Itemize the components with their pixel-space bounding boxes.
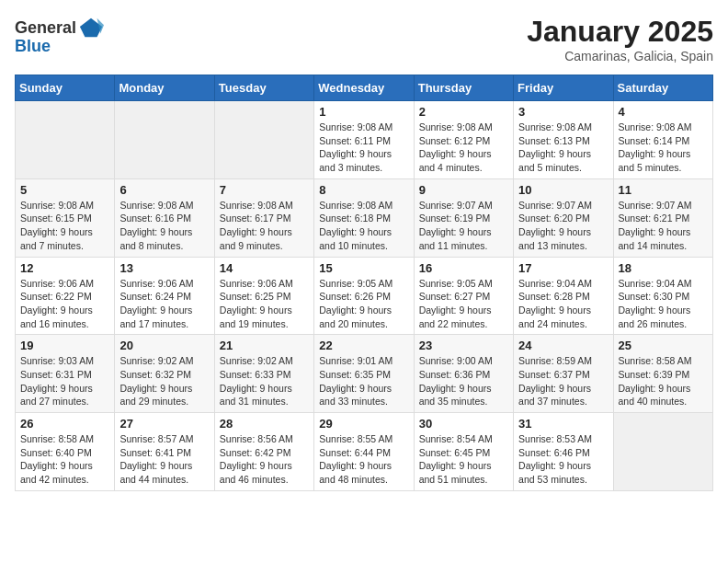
calendar-cell	[16, 101, 115, 179]
day-info: Sunrise: 9:06 AM Sunset: 6:25 PM Dayligh…	[220, 277, 309, 331]
calendar-cell: 26Sunrise: 8:58 AM Sunset: 6:40 PM Dayli…	[16, 413, 115, 491]
weekday-header: Tuesday	[214, 75, 313, 101]
day-number: 19	[20, 339, 109, 352]
calendar-cell: 16Sunrise: 9:05 AM Sunset: 6:27 PM Dayli…	[414, 257, 513, 335]
day-info: Sunrise: 9:07 AM Sunset: 6:19 PM Dayligh…	[419, 199, 508, 253]
day-number: 26	[20, 417, 109, 431]
day-number: 15	[319, 261, 408, 275]
calendar-cell: 1Sunrise: 9:08 AM Sunset: 6:11 PM Daylig…	[314, 101, 414, 179]
calendar-cell: 24Sunrise: 8:59 AM Sunset: 6:37 PM Dayli…	[514, 335, 613, 413]
calendar-week-row: 12Sunrise: 9:06 AM Sunset: 6:22 PM Dayli…	[16, 257, 713, 335]
day-number: 22	[319, 339, 408, 352]
calendar-cell: 23Sunrise: 9:00 AM Sunset: 6:36 PM Dayli…	[414, 335, 513, 413]
calendar-cell: 29Sunrise: 8:55 AM Sunset: 6:44 PM Dayli…	[314, 413, 414, 491]
calendar-cell: 6Sunrise: 9:08 AM Sunset: 6:16 PM Daylig…	[115, 178, 214, 257]
day-number: 8	[319, 183, 408, 197]
calendar-week-row: 19Sunrise: 9:03 AM Sunset: 6:31 PM Dayli…	[16, 335, 713, 413]
day-number: 16	[419, 261, 508, 275]
day-number: 12	[20, 261, 109, 275]
calendar-week-row: 1Sunrise: 9:08 AM Sunset: 6:11 PM Daylig…	[16, 101, 713, 179]
calendar-table: SundayMondayTuesdayWednesdayThursdayFrid…	[15, 75, 713, 491]
title-section: January 2025 Camarinas, Galicia, Spain	[527, 15, 713, 63]
day-info: Sunrise: 9:01 AM Sunset: 6:35 PM Dayligh…	[319, 354, 408, 408]
calendar-cell: 20Sunrise: 9:02 AM Sunset: 6:32 PM Dayli…	[115, 335, 214, 413]
day-info: Sunrise: 9:03 AM Sunset: 6:31 PM Dayligh…	[20, 354, 109, 408]
day-number: 4	[619, 105, 708, 119]
day-info: Sunrise: 9:05 AM Sunset: 6:26 PM Dayligh…	[319, 277, 408, 331]
calendar-cell: 28Sunrise: 8:56 AM Sunset: 6:42 PM Dayli…	[214, 413, 313, 491]
calendar-week-row: 26Sunrise: 8:58 AM Sunset: 6:40 PM Dayli…	[16, 413, 713, 491]
calendar-cell: 25Sunrise: 8:58 AM Sunset: 6:39 PM Dayli…	[613, 335, 712, 413]
day-info: Sunrise: 9:08 AM Sunset: 6:16 PM Dayligh…	[119, 199, 209, 253]
day-number: 17	[518, 261, 608, 275]
calendar-cell: 19Sunrise: 9:03 AM Sunset: 6:31 PM Dayli…	[16, 335, 115, 413]
day-info: Sunrise: 9:04 AM Sunset: 6:28 PM Dayligh…	[518, 277, 608, 331]
calendar-header-row: SundayMondayTuesdayWednesdayThursdayFrid…	[16, 75, 713, 101]
day-number: 18	[619, 261, 708, 275]
calendar-cell: 14Sunrise: 9:06 AM Sunset: 6:25 PM Dayli…	[214, 257, 313, 335]
logo-icon	[78, 15, 104, 40]
day-number: 1	[319, 105, 408, 119]
weekday-header: Wednesday	[314, 75, 414, 101]
day-number: 20	[119, 339, 209, 352]
weekday-header: Friday	[514, 75, 613, 101]
day-number: 9	[419, 183, 508, 197]
day-info: Sunrise: 9:08 AM Sunset: 6:17 PM Dayligh…	[220, 199, 309, 253]
calendar-cell: 17Sunrise: 9:04 AM Sunset: 6:28 PM Dayli…	[514, 257, 613, 335]
day-number: 24	[518, 339, 608, 352]
day-info: Sunrise: 9:06 AM Sunset: 6:24 PM Dayligh…	[119, 277, 209, 331]
weekday-header: Monday	[115, 75, 214, 101]
day-number: 10	[518, 183, 608, 197]
day-info: Sunrise: 8:55 AM Sunset: 6:44 PM Dayligh…	[319, 432, 408, 487]
day-number: 28	[220, 417, 309, 431]
day-info: Sunrise: 8:57 AM Sunset: 6:41 PM Dayligh…	[119, 432, 209, 487]
day-info: Sunrise: 9:02 AM Sunset: 6:32 PM Dayligh…	[119, 354, 209, 408]
day-number: 2	[419, 105, 508, 119]
day-info: Sunrise: 9:08 AM Sunset: 6:18 PM Dayligh…	[319, 199, 408, 253]
day-info: Sunrise: 9:08 AM Sunset: 6:14 PM Dayligh…	[619, 121, 708, 175]
day-info: Sunrise: 9:04 AM Sunset: 6:30 PM Dayligh…	[619, 277, 708, 331]
calendar-cell: 12Sunrise: 9:06 AM Sunset: 6:22 PM Dayli…	[16, 257, 115, 335]
weekday-header: Saturday	[613, 75, 712, 101]
day-info: Sunrise: 8:54 AM Sunset: 6:45 PM Dayligh…	[419, 432, 508, 487]
calendar-cell	[613, 413, 712, 491]
day-number: 6	[119, 183, 209, 197]
calendar-week-row: 5Sunrise: 9:08 AM Sunset: 6:15 PM Daylig…	[16, 178, 713, 257]
day-info: Sunrise: 9:00 AM Sunset: 6:36 PM Dayligh…	[419, 354, 508, 408]
day-info: Sunrise: 9:07 AM Sunset: 6:20 PM Dayligh…	[518, 199, 608, 253]
calendar-cell: 5Sunrise: 9:08 AM Sunset: 6:15 PM Daylig…	[16, 178, 115, 257]
day-info: Sunrise: 9:07 AM Sunset: 6:21 PM Dayligh…	[619, 199, 708, 253]
calendar-cell: 3Sunrise: 9:08 AM Sunset: 6:13 PM Daylig…	[514, 101, 613, 179]
calendar-cell: 7Sunrise: 9:08 AM Sunset: 6:17 PM Daylig…	[214, 178, 313, 257]
day-info: Sunrise: 9:08 AM Sunset: 6:15 PM Dayligh…	[20, 199, 109, 253]
logo: General Blue	[15, 15, 104, 56]
calendar-cell: 18Sunrise: 9:04 AM Sunset: 6:30 PM Dayli…	[613, 257, 712, 335]
day-number: 31	[518, 417, 608, 431]
day-info: Sunrise: 8:59 AM Sunset: 6:37 PM Dayligh…	[518, 354, 608, 408]
day-info: Sunrise: 9:08 AM Sunset: 6:13 PM Dayligh…	[518, 121, 608, 175]
calendar-cell: 13Sunrise: 9:06 AM Sunset: 6:24 PM Dayli…	[115, 257, 214, 335]
calendar-cell	[115, 101, 214, 179]
calendar-cell	[214, 101, 313, 179]
day-number: 21	[220, 339, 309, 352]
calendar-cell: 11Sunrise: 9:07 AM Sunset: 6:21 PM Dayli…	[613, 178, 712, 257]
day-info: Sunrise: 8:56 AM Sunset: 6:42 PM Dayligh…	[220, 432, 309, 487]
page-header: General Blue January 2025 Camarinas, Gal…	[15, 15, 713, 63]
day-info: Sunrise: 9:08 AM Sunset: 6:11 PM Dayligh…	[319, 121, 408, 175]
calendar-cell: 31Sunrise: 8:53 AM Sunset: 6:46 PM Dayli…	[514, 413, 613, 491]
weekday-header: Thursday	[414, 75, 513, 101]
day-number: 13	[119, 261, 209, 275]
weekday-header: Sunday	[16, 75, 115, 101]
logo-general: General	[15, 18, 76, 38]
day-number: 25	[619, 339, 708, 352]
day-info: Sunrise: 8:53 AM Sunset: 6:46 PM Dayligh…	[518, 432, 608, 487]
calendar-cell: 15Sunrise: 9:05 AM Sunset: 6:26 PM Dayli…	[314, 257, 414, 335]
day-number: 27	[119, 417, 209, 431]
day-info: Sunrise: 8:58 AM Sunset: 6:39 PM Dayligh…	[619, 354, 708, 408]
calendar-cell: 10Sunrise: 9:07 AM Sunset: 6:20 PM Dayli…	[514, 178, 613, 257]
calendar-cell: 8Sunrise: 9:08 AM Sunset: 6:18 PM Daylig…	[314, 178, 414, 257]
month-title: January 2025	[527, 15, 713, 49]
day-number: 29	[319, 417, 408, 431]
calendar-cell: 27Sunrise: 8:57 AM Sunset: 6:41 PM Dayli…	[115, 413, 214, 491]
day-number: 14	[220, 261, 309, 275]
